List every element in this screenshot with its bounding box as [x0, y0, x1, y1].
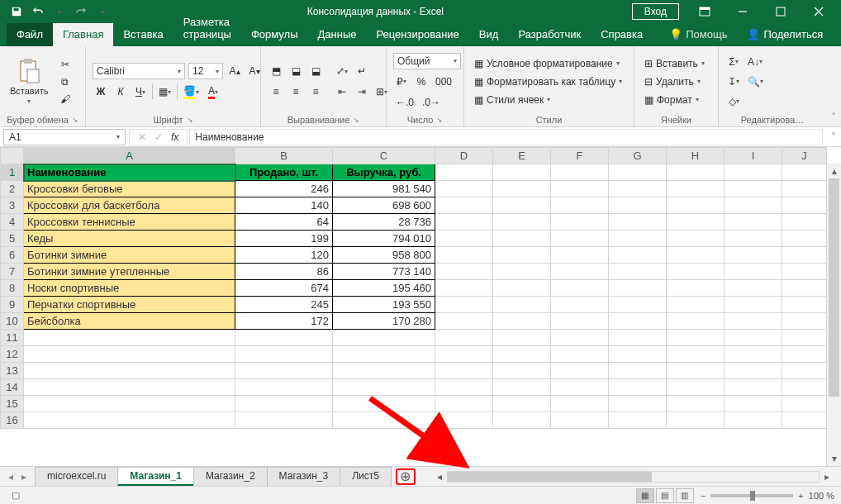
align-middle-icon[interactable]: ⬓ — [287, 63, 304, 79]
clear-icon[interactable]: ◇▾ — [725, 93, 742, 110]
number-format-combo[interactable]: Общий▾ — [393, 53, 461, 69]
cell[interactable]: Продано, шт. — [235, 164, 333, 181]
select-all-corner[interactable] — [1, 148, 24, 164]
enter-icon[interactable]: ✓ — [151, 131, 166, 143]
cell[interactable] — [551, 181, 609, 197]
row-header[interactable]: 8 — [1, 280, 24, 297]
cell[interactable]: Носки спортивные — [24, 280, 235, 297]
vertical-scrollbar[interactable]: ▴ ▾ — [826, 164, 841, 466]
cell[interactable] — [235, 363, 333, 379]
insert-cells-button[interactable]: ⊞Вставить▾ — [641, 55, 708, 72]
cell-styles-button[interactable]: ▦Стили ячеек▾ — [471, 92, 625, 108]
col-header[interactable]: F — [551, 148, 609, 164]
cell[interactable] — [609, 264, 667, 280]
cell[interactable] — [667, 412, 725, 429]
align-center-icon[interactable]: ≡ — [287, 83, 304, 100]
borders-button[interactable]: ▦▾ — [156, 83, 173, 100]
col-header[interactable]: I — [725, 148, 782, 164]
undo-dropdown-icon[interactable]: ▾ — [50, 2, 69, 21]
cell[interactable] — [609, 164, 667, 181]
normal-view-icon[interactable]: ▦ — [636, 488, 654, 503]
cell[interactable] — [235, 396, 333, 412]
row-header[interactable]: 14 — [1, 379, 24, 396]
cell[interactable]: Кеды — [24, 231, 235, 247]
format-painter-icon[interactable]: 🖌 — [57, 91, 74, 107]
cell[interactable] — [435, 197, 493, 214]
cell[interactable] — [493, 181, 551, 197]
page-layout-view-icon[interactable]: ▤ — [656, 488, 674, 503]
cell[interactable]: 172 — [235, 313, 333, 330]
cell[interactable] — [551, 330, 609, 346]
row-header[interactable]: 15 — [1, 396, 24, 412]
scroll-thumb[interactable] — [829, 178, 839, 397]
cancel-icon[interactable]: ✕ — [135, 131, 150, 143]
cell[interactable] — [493, 297, 551, 313]
cell[interactable] — [667, 330, 725, 346]
cell[interactable] — [782, 197, 827, 214]
tab-insert[interactable]: Вставка — [113, 23, 173, 46]
cell[interactable] — [24, 396, 235, 412]
cell[interactable] — [493, 247, 551, 264]
cell[interactable]: 245 — [235, 297, 333, 313]
fill-color-button[interactable]: 🪣▾ — [181, 83, 202, 100]
cell[interactable] — [493, 363, 551, 379]
cell[interactable]: 981 540 — [333, 181, 435, 197]
cell[interactable] — [667, 164, 725, 181]
row-header[interactable]: 4 — [1, 214, 24, 231]
spreadsheet-grid[interactable]: A B C D E F G H I J 1НаименованиеПродано… — [0, 147, 827, 429]
cell[interactable] — [725, 280, 782, 297]
name-box[interactable]: A1▾ — [3, 129, 126, 145]
cell[interactable]: Выручка, руб. — [333, 164, 435, 181]
cell[interactable] — [609, 247, 667, 264]
fill-icon[interactable]: ↧▾ — [725, 74, 742, 90]
cell[interactable] — [551, 247, 609, 264]
cell[interactable] — [435, 363, 493, 379]
tab-help[interactable]: Справка — [591, 23, 653, 46]
shrink-font-icon[interactable]: A▾ — [246, 63, 263, 79]
col-header[interactable]: H — [667, 148, 725, 164]
cell[interactable] — [235, 346, 333, 363]
cell[interactable] — [667, 379, 725, 396]
insert-function-icon[interactable]: fx — [168, 131, 182, 143]
cell[interactable]: 195 460 — [333, 280, 435, 297]
cell[interactable] — [609, 379, 667, 396]
cell[interactable] — [435, 346, 493, 363]
cell[interactable] — [435, 396, 493, 412]
cell[interactable]: 698 600 — [333, 197, 435, 214]
cell[interactable] — [782, 313, 827, 330]
cell[interactable] — [609, 181, 667, 197]
dialog-launcher[interactable]: ↘ — [436, 116, 443, 124]
cell[interactable] — [667, 247, 725, 264]
tell-me[interactable]: 💡Помощь — [659, 23, 737, 46]
col-header[interactable]: D — [435, 148, 493, 164]
cell[interactable] — [551, 363, 609, 379]
save-icon[interactable] — [7, 2, 26, 21]
cell[interactable] — [609, 396, 667, 412]
cell[interactable] — [551, 264, 609, 280]
cell[interactable] — [493, 412, 551, 429]
cell[interactable] — [551, 297, 609, 313]
cell[interactable] — [667, 264, 725, 280]
cell[interactable] — [609, 313, 667, 330]
expand-formula-bar-icon[interactable]: ˅ — [826, 131, 841, 143]
sheet-tab[interactable]: Магазин_2 — [193, 467, 268, 486]
cell[interactable] — [667, 197, 725, 214]
row-header[interactable]: 3 — [1, 197, 24, 214]
cell[interactable] — [782, 412, 827, 429]
font-color-button[interactable]: A▾ — [205, 83, 221, 100]
undo-icon[interactable] — [28, 2, 48, 21]
cell[interactable] — [609, 363, 667, 379]
cell[interactable]: 246 — [235, 181, 333, 197]
cell[interactable] — [782, 396, 827, 412]
cell[interactable] — [493, 346, 551, 363]
cell[interactable]: 199 — [235, 231, 333, 247]
cell[interactable]: Ботинки зимние — [24, 247, 235, 264]
cell[interactable] — [609, 214, 667, 231]
new-sheet-button[interactable]: ⊕ — [396, 468, 416, 485]
cell[interactable]: Кроссовки теннисные — [24, 214, 235, 231]
row-header[interactable]: 2 — [1, 181, 24, 197]
dialog-launcher[interactable]: ↘ — [72, 116, 78, 124]
cell[interactable]: 170 280 — [333, 313, 435, 330]
col-header[interactable]: B — [235, 148, 333, 164]
cell[interactable] — [493, 231, 551, 247]
